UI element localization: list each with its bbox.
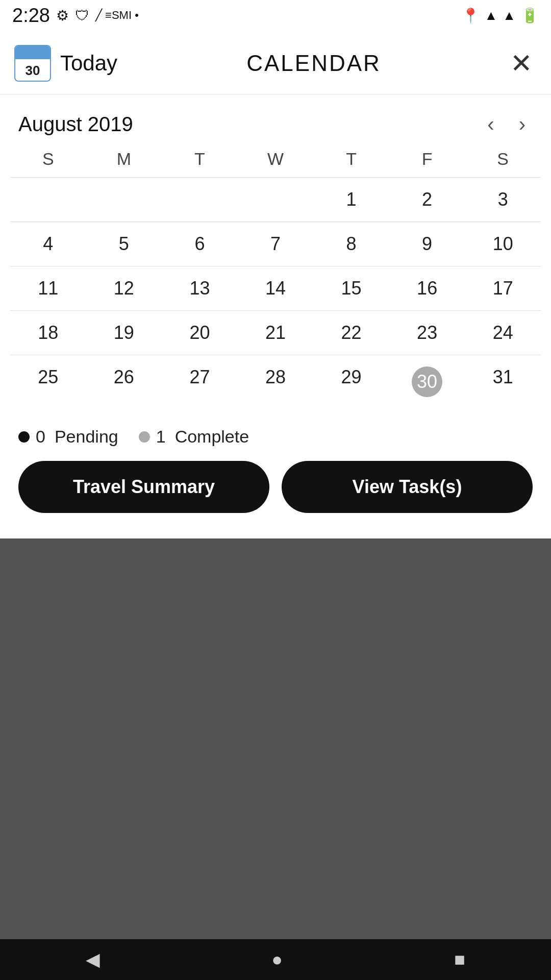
cal-icon-top bbox=[15, 46, 50, 59]
pending-legend: 0 Pending bbox=[18, 427, 118, 447]
signal-icon: ╱ ≡SMI • bbox=[95, 9, 139, 22]
calendar-week-4: 25262728293031 bbox=[10, 355, 541, 408]
calendar-day-5[interactable]: 5 bbox=[86, 222, 162, 266]
calendar-day-26[interactable]: 26 bbox=[86, 355, 162, 408]
calendar-day-19[interactable]: 19 bbox=[86, 311, 162, 355]
calendar-week-0: 123 bbox=[10, 177, 541, 222]
view-tasks-button[interactable]: View Task(s) bbox=[282, 461, 533, 513]
complete-label: Complete bbox=[175, 427, 249, 447]
day-header-s-0: S bbox=[10, 144, 86, 174]
calendar-day-1[interactable]: 1 bbox=[313, 178, 389, 222]
calendar-day-15[interactable]: 15 bbox=[313, 266, 389, 310]
day-header-t-4: T bbox=[313, 144, 389, 174]
dark-overlay-area bbox=[0, 538, 551, 980]
calendar-day-9[interactable]: 9 bbox=[389, 222, 465, 266]
day-header-f-5: F bbox=[389, 144, 465, 174]
calendar-day-7[interactable]: 7 bbox=[238, 222, 314, 266]
calendar-day-11[interactable]: 11 bbox=[10, 266, 86, 310]
legend-row: 0 Pending 1 Complete bbox=[0, 408, 551, 456]
calendar-day-6[interactable]: 6 bbox=[162, 222, 238, 266]
next-month-button[interactable]: › bbox=[512, 110, 533, 139]
travel-summary-button[interactable]: Travel Summary bbox=[18, 461, 269, 513]
calendar-day-23[interactable]: 23 bbox=[389, 311, 465, 355]
calendar-header: 30 Today CALENDAR ✕ bbox=[0, 31, 551, 94]
month-navigation: August 2019 ‹ › bbox=[0, 94, 551, 144]
calendar-day-14[interactable]: 14 bbox=[238, 266, 314, 310]
close-button[interactable]: ✕ bbox=[510, 50, 533, 77]
calendar-day-27[interactable]: 27 bbox=[162, 355, 238, 408]
today-number: 30 bbox=[412, 366, 442, 397]
today-label[interactable]: Today bbox=[60, 51, 117, 76]
calendar-day-number: 30 bbox=[26, 63, 40, 81]
calendar-week-2: 11121314151617 bbox=[10, 266, 541, 310]
battery-icon: 🔋 bbox=[521, 7, 539, 24]
home-button[interactable]: ● bbox=[271, 949, 283, 970]
calendar-day-4[interactable]: 4 bbox=[10, 222, 86, 266]
calendar-day-8[interactable]: 8 bbox=[313, 222, 389, 266]
calendar-day-25[interactable]: 25 bbox=[10, 355, 86, 408]
calendar-day-17[interactable]: 17 bbox=[465, 266, 541, 310]
calendar-day-empty-2 bbox=[162, 178, 238, 222]
pending-label: Pending bbox=[55, 427, 118, 447]
page-title: CALENDAR bbox=[246, 51, 381, 76]
settings-icon: ⚙ bbox=[56, 7, 69, 24]
status-right: 📍 ▲ ▲ 🔋 bbox=[462, 7, 539, 24]
calendar-day-13[interactable]: 13 bbox=[162, 266, 238, 310]
calendar-day-31[interactable]: 31 bbox=[465, 355, 541, 408]
status-time: 2:28 bbox=[12, 5, 50, 27]
calendar-day-21[interactable]: 21 bbox=[238, 311, 314, 355]
complete-legend: 1 Complete bbox=[139, 427, 249, 447]
wifi-icon: ▲ bbox=[485, 8, 498, 23]
calendar-icon[interactable]: 30 bbox=[14, 45, 51, 82]
calendar-day-24[interactable]: 24 bbox=[465, 311, 541, 355]
day-headers-row: SMTWTFS bbox=[10, 144, 541, 174]
calendar-day-10[interactable]: 10 bbox=[465, 222, 541, 266]
calendar-week-1: 45678910 bbox=[10, 222, 541, 266]
location-icon: 📍 bbox=[462, 7, 480, 24]
calendar-day-empty-3 bbox=[238, 178, 314, 222]
calendar-week-3: 18192021222324 bbox=[10, 310, 541, 355]
day-header-w-3: W bbox=[238, 144, 314, 174]
pending-count: 0 bbox=[36, 427, 45, 447]
calendar-day-16[interactable]: 16 bbox=[389, 266, 465, 310]
calendar-day-2[interactable]: 2 bbox=[389, 178, 465, 222]
status-left: 2:28 ⚙ 🛡 ╱ ≡SMI • bbox=[12, 5, 139, 27]
month-year-label: August 2019 bbox=[18, 113, 133, 136]
calendar-day-22[interactable]: 22 bbox=[313, 311, 389, 355]
today-cell[interactable]: 30 bbox=[389, 355, 465, 408]
calendar-card: 30 Today CALENDAR ✕ August 2019 ‹ › SMTW… bbox=[0, 31, 551, 538]
prev-month-button[interactable]: ‹ bbox=[480, 110, 501, 139]
header-left: 30 Today bbox=[14, 45, 117, 82]
calendar-day-18[interactable]: 18 bbox=[10, 311, 86, 355]
pending-dot bbox=[18, 431, 30, 443]
calendar-grid: SMTWTFS 12345678910111213141516171819202… bbox=[0, 144, 551, 408]
calendar-day-28[interactable]: 28 bbox=[238, 355, 314, 408]
calendar-day-29[interactable]: 29 bbox=[313, 355, 389, 408]
back-button[interactable]: ◀ bbox=[86, 949, 100, 970]
recent-apps-button[interactable]: ■ bbox=[454, 949, 465, 970]
calendar-day-empty-0 bbox=[10, 178, 86, 222]
complete-count: 1 bbox=[156, 427, 166, 447]
signal-bars-icon: ▲ bbox=[503, 8, 516, 23]
day-header-s-6: S bbox=[465, 144, 541, 174]
calendar-day-12[interactable]: 12 bbox=[86, 266, 162, 310]
day-header-m-1: M bbox=[86, 144, 162, 174]
nav-arrows: ‹ › bbox=[480, 110, 533, 139]
day-header-t-2: T bbox=[162, 144, 238, 174]
calendar-day-20[interactable]: 20 bbox=[162, 311, 238, 355]
action-buttons: Travel Summary View Task(s) bbox=[0, 456, 551, 528]
calendar-day-3[interactable]: 3 bbox=[465, 178, 541, 222]
nav-bar: ◀ ● ■ bbox=[0, 939, 551, 980]
modal-overlay: 30 Today CALENDAR ✕ August 2019 ‹ › SMTW… bbox=[0, 31, 551, 980]
shield-icon: 🛡 bbox=[75, 7, 89, 24]
calendar-day-empty-1 bbox=[86, 178, 162, 222]
complete-dot bbox=[139, 431, 150, 443]
status-bar: 2:28 ⚙ 🛡 ╱ ≡SMI • 📍 ▲ ▲ 🔋 bbox=[0, 0, 551, 31]
